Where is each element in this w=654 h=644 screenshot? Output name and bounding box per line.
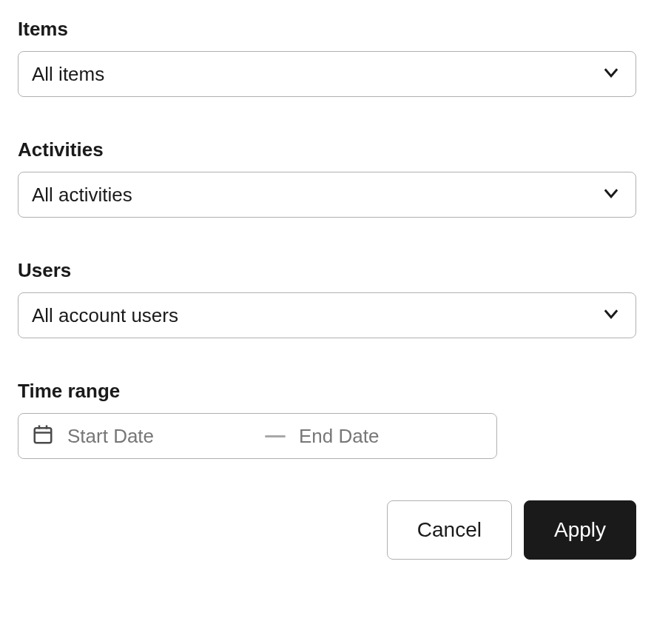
cancel-button[interactable]: Cancel [387, 500, 512, 560]
items-label: Items [18, 18, 636, 41]
activities-field-group: Activities All activities [18, 138, 636, 218]
activities-select[interactable]: All activities [18, 172, 636, 218]
activities-label: Activities [18, 138, 636, 161]
date-range-separator [265, 435, 286, 437]
end-date-input[interactable] [299, 425, 483, 448]
timerange-label: Time range [18, 380, 636, 403]
button-row: Cancel Apply [18, 500, 636, 560]
activities-select-value: All activities [32, 184, 132, 207]
svg-rect-0 [35, 428, 52, 443]
users-select-wrapper: All account users [18, 292, 636, 338]
items-select[interactable]: All items [18, 51, 636, 97]
users-select[interactable]: All account users [18, 292, 636, 338]
users-label: Users [18, 259, 636, 282]
items-field-group: Items All items [18, 18, 636, 97]
items-select-value: All items [32, 63, 104, 86]
activities-select-wrapper: All activities [18, 172, 636, 218]
users-select-value: All account users [32, 304, 178, 327]
apply-button[interactable]: Apply [524, 500, 636, 560]
calendar-icon [32, 423, 54, 449]
timerange-field-group: Time range [18, 380, 636, 459]
items-select-wrapper: All items [18, 51, 636, 97]
start-date-input[interactable] [67, 425, 252, 448]
users-field-group: Users All account users [18, 259, 636, 338]
date-range-picker[interactable] [18, 413, 497, 459]
